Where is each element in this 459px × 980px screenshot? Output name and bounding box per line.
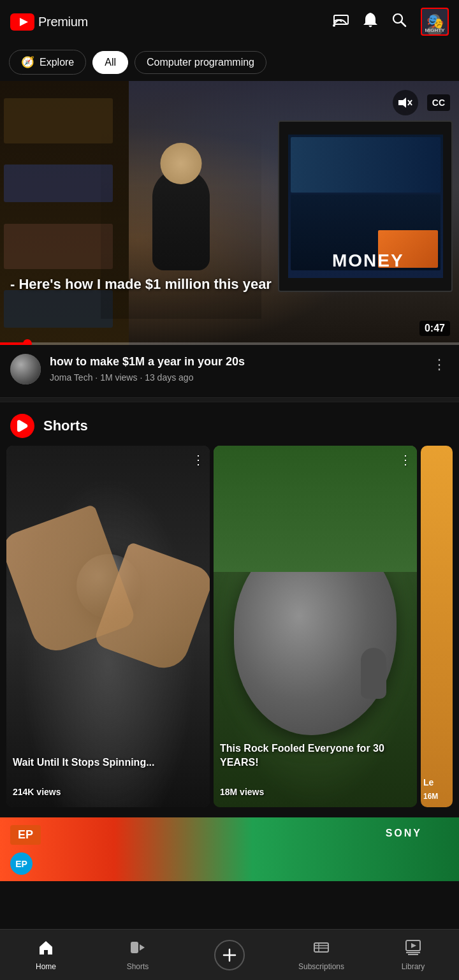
post-date: 13 days ago <box>145 372 193 383</box>
youtube-logo-icon <box>10 13 34 31</box>
chip-all-label: All <box>105 57 116 68</box>
progress-bar[interactable] <box>0 342 459 345</box>
header-left: Premium <box>10 13 88 31</box>
shorts-scroll[interactable]: Wait Until It Stops Spinning... 214K vie… <box>0 446 459 807</box>
compass-icon: 🧭 <box>21 55 34 69</box>
short-1-views: 214K views <box>13 787 61 797</box>
shorts-section: Shorts Wait Until It Stops Spinning... 2… <box>0 402 459 807</box>
short-2-views: 18M views <box>220 787 264 797</box>
video-subtitle: Joma Tech · 1M views · 13 days ago <box>50 372 421 383</box>
nav-library[interactable]: Library <box>367 939 459 971</box>
channel-avatar[interactable] <box>10 354 41 384</box>
cc-button[interactable]: CC <box>427 94 450 111</box>
chip-computer-programming[interactable]: Computer programming <box>135 51 266 74</box>
youtube-logo[interactable]: Premium <box>10 13 88 31</box>
filter-bar: 🧭 Explore All Computer programming <box>0 43 459 81</box>
shorts-nav-icon <box>129 939 146 960</box>
short-thumb-1 <box>6 446 210 807</box>
user-avatar[interactable]: MIGHTY <box>421 8 449 36</box>
library-icon <box>405 939 421 960</box>
short-2-title: This Rock Fooled Everyone for 30 YEARS! <box>220 742 411 769</box>
video-title: how to make $1M a year in your 20s <box>50 354 421 369</box>
svg-point-3 <box>333 24 335 27</box>
chip-explore-label: Explore <box>40 57 74 68</box>
chip-explore[interactable]: 🧭 Explore <box>9 50 86 75</box>
sony-badge: SONY <box>381 825 427 842</box>
svg-text:MIGHTY: MIGHTY <box>425 27 445 33</box>
short-3-title-partial: Le <box>423 777 433 788</box>
video-top-icons: CC <box>393 90 450 115</box>
video-overlay-text: - Here's how I made $1 million this year <box>10 275 414 294</box>
bottom-spacer <box>0 881 459 932</box>
nav-home-label: Home <box>36 962 56 971</box>
channel-avatar-image <box>10 354 41 384</box>
create-button[interactable] <box>214 940 245 970</box>
nav-home[interactable]: Home <box>0 939 92 971</box>
nav-shorts[interactable]: Shorts <box>92 939 184 971</box>
bottom-nav: Home Shorts Subscr <box>0 929 459 980</box>
short-2-more-button[interactable]: ⋮ <box>399 452 412 467</box>
channel-name[interactable]: Joma Tech <box>50 372 92 383</box>
separator-2: · <box>140 372 145 383</box>
video-thumbnail: MONEY CC - Here's how I made $1 million … <box>0 81 459 345</box>
short-card-2[interactable]: This Rock Fooled Everyone for 30 YEARS! … <box>214 446 417 807</box>
video-meta: how to make $1M a year in your 20s Joma … <box>50 354 421 383</box>
chip-all[interactable]: All <box>92 51 128 74</box>
home-icon <box>38 939 54 960</box>
cast-icon[interactable] <box>333 13 349 31</box>
svg-marker-21 <box>411 943 416 948</box>
brand-name: Premium <box>38 15 88 29</box>
nav-subscriptions-label: Subscriptions <box>298 962 344 971</box>
svg-marker-10 <box>398 98 406 108</box>
video-player[interactable]: MONEY CC - Here's how I made $1 million … <box>0 81 459 345</box>
ep-badge: EP <box>10 825 41 845</box>
notifications-icon[interactable] <box>363 11 377 32</box>
svg-rect-16 <box>314 943 328 952</box>
search-icon[interactable] <box>391 12 407 31</box>
chip-computer-programming-label: Computer programming <box>147 57 254 68</box>
short-card-3-partial[interactable]: Le 16M <box>421 446 453 807</box>
video-info: how to make $1M a year in your 20s Joma … <box>0 345 459 397</box>
video-more-button[interactable]: ⋮ <box>430 354 449 376</box>
view-count: 1M views <box>100 372 137 383</box>
progress-dot <box>23 339 32 345</box>
shorts-header: Shorts <box>0 409 459 446</box>
header-right: MIGHTY <box>333 8 449 36</box>
preview-avatar: EP <box>10 852 33 875</box>
svg-line-5 <box>402 22 406 27</box>
svg-point-7 <box>430 14 440 24</box>
nav-shorts-label: Shorts <box>127 962 149 971</box>
short-1-more-button[interactable]: ⋮ <box>192 452 205 467</box>
avatar-image: MIGHTY <box>422 9 448 34</box>
short-card-1[interactable]: Wait Until It Stops Spinning... 214K vie… <box>6 446 210 807</box>
shorts-title: Shorts <box>43 418 88 434</box>
money-overlay: MONEY <box>332 251 404 271</box>
header: Premium <box>0 0 459 43</box>
nav-library-label: Library <box>402 962 425 971</box>
nav-subscriptions[interactable]: Subscriptions <box>275 939 367 971</box>
short-3-views-partial: 16M <box>423 792 438 801</box>
separator-1: · <box>95 372 100 383</box>
shorts-icon <box>10 414 34 438</box>
shorts-play-icon <box>15 419 29 433</box>
subscriptions-icon <box>313 939 330 960</box>
next-video-preview[interactable]: EP SONY EP <box>0 817 459 881</box>
short-1-title: Wait Until It Stops Spinning... <box>13 756 203 770</box>
mute-button[interactable] <box>393 90 418 115</box>
nav-create[interactable] <box>184 940 275 970</box>
svg-rect-13 <box>131 942 138 953</box>
duration-badge: 0:47 <box>419 321 450 336</box>
section-divider <box>0 397 459 402</box>
